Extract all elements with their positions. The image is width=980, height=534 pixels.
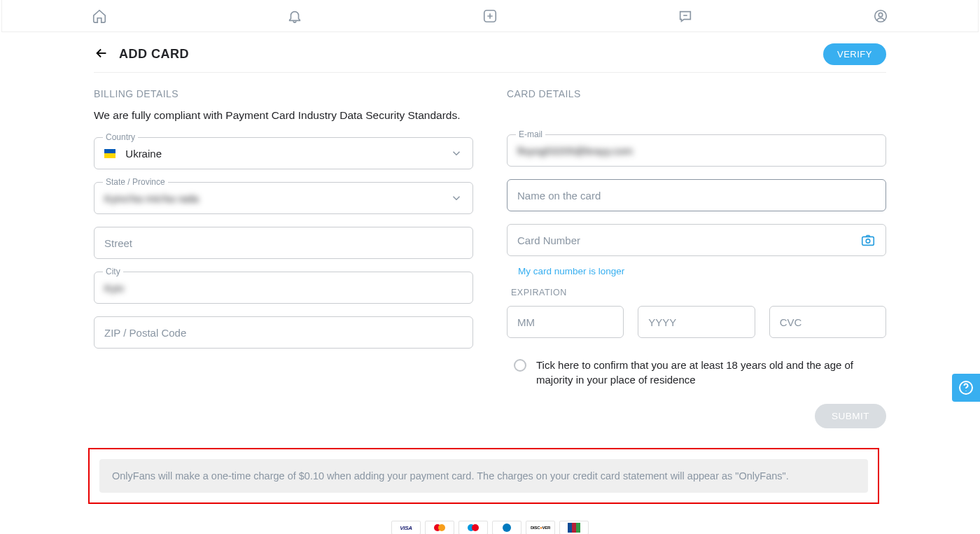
profile-icon[interactable] [872, 8, 889, 24]
back-arrow-icon[interactable] [94, 45, 109, 64]
home-icon[interactable] [91, 8, 108, 24]
state-label: State / Province [103, 177, 168, 187]
country-value: Ukraine [125, 148, 450, 160]
country-select[interactable]: Country Ukraine [94, 137, 473, 169]
messages-icon[interactable] [677, 8, 694, 24]
chevron-down-icon [450, 147, 463, 160]
cvc-input[interactable] [780, 316, 876, 328]
country-label: Country [103, 132, 138, 142]
svg-point-4 [866, 239, 870, 244]
visa-logo: VISA [391, 521, 421, 534]
zip-input[interactable] [104, 327, 463, 339]
new-post-icon[interactable] [482, 8, 498, 24]
svg-point-6 [965, 391, 966, 391]
street-field[interactable] [94, 227, 473, 259]
discover-logo: DISC●VER [526, 521, 555, 534]
email-field[interactable]: E-mail floyog53205@brayy.com [507, 134, 886, 167]
chevron-down-icon [450, 192, 463, 204]
cvc-field[interactable] [769, 306, 886, 338]
card-number-field[interactable] [507, 224, 886, 256]
expiry-year-input[interactable] [648, 316, 744, 328]
email-value: floyog53205@brayy.com [517, 145, 876, 157]
state-value: Kyivs'ka mis'ka rada [104, 192, 450, 204]
longer-card-link[interactable]: My card number is longer [518, 266, 886, 276]
maestro-logo [458, 521, 488, 534]
billing-section-label: BILLING DETAILS [94, 88, 473, 99]
page-title: ADD CARD [119, 47, 189, 62]
name-on-card-field[interactable] [507, 179, 886, 211]
state-select[interactable]: State / Province Kyivs'ka mis'ka rada [94, 182, 473, 214]
expiry-month-input[interactable] [517, 316, 613, 328]
expiration-label: EXPIRATION [511, 288, 886, 297]
expiry-year-field[interactable] [638, 306, 755, 338]
card-number-input[interactable] [517, 234, 860, 246]
card-section-label: CARD DETAILS [507, 88, 886, 99]
svg-point-2 [878, 13, 883, 17]
title-group: ADD CARD [94, 45, 189, 64]
notice-text: OnlyFans will make a one-time charge of … [99, 459, 868, 493]
compliance-text: We are fully compliant with Payment Card… [94, 109, 473, 122]
city-field[interactable]: City Kyiv [94, 272, 473, 304]
submit-button[interactable]: SUBMIT [815, 404, 886, 428]
age-confirm-radio[interactable] [514, 359, 526, 372]
age-confirm-row: Tick here to confirm that you are at lea… [514, 358, 886, 387]
jcb-logo [559, 521, 589, 534]
email-label: E-mail [516, 129, 545, 139]
city-label: City [103, 267, 123, 276]
ukraine-flag-icon [104, 149, 115, 158]
bell-icon[interactable] [286, 8, 303, 24]
card-brand-logos: VISA DISC●VER [94, 521, 886, 534]
city-value: Kyiv [104, 282, 463, 294]
card-column: CARD DETAILS E-mail floyog53205@brayy.co… [507, 88, 886, 428]
svg-rect-3 [862, 237, 874, 245]
help-fab[interactable] [952, 374, 980, 402]
verify-button[interactable]: VERIFY [823, 43, 886, 65]
content-container: ADD CARD VERIFY BILLING DETAILS We are f… [94, 32, 886, 534]
billing-column: BILLING DETAILS We are fully compliant w… [94, 88, 473, 428]
notice-highlight-box: OnlyFans will make a one-time charge of … [88, 448, 879, 504]
age-confirm-text: Tick here to confirm that you are at lea… [536, 358, 886, 387]
top-nav [1, 0, 979, 32]
name-on-card-input[interactable] [517, 190, 876, 202]
page-header: ADD CARD VERIFY [94, 43, 886, 73]
zip-field[interactable] [94, 316, 473, 349]
diners-logo [492, 521, 522, 534]
scan-card-icon[interactable] [860, 232, 876, 248]
expiry-month-field[interactable] [507, 306, 624, 338]
mastercard-logo [425, 521, 454, 534]
street-input[interactable] [104, 237, 463, 249]
